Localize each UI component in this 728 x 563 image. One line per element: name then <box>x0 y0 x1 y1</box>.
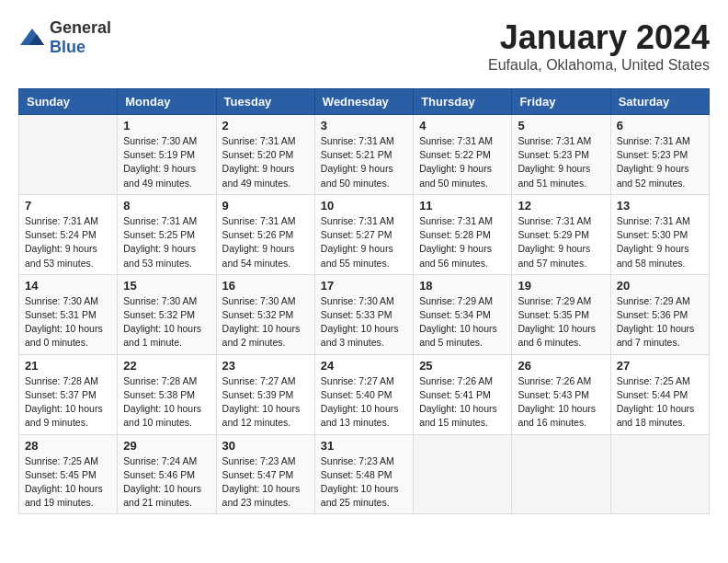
calendar-cell: 23Sunrise: 7:27 AM Sunset: 5:39 PM Dayli… <box>216 354 314 434</box>
calendar-cell: 10Sunrise: 7:31 AM Sunset: 5:27 PM Dayli… <box>314 194 413 274</box>
day-number: 14 <box>25 279 111 293</box>
page-header: General Blue January 2024 Eufaula, Oklah… <box>18 18 710 74</box>
calendar-cell: 16Sunrise: 7:30 AM Sunset: 5:32 PM Dayli… <box>216 274 314 354</box>
day-info: Sunrise: 7:30 AM Sunset: 5:19 PM Dayligh… <box>123 134 210 190</box>
day-info: Sunrise: 7:29 AM Sunset: 5:35 PM Dayligh… <box>518 294 604 350</box>
day-number: 21 <box>25 359 111 373</box>
day-number: 30 <box>222 439 309 453</box>
day-info: Sunrise: 7:31 AM Sunset: 5:30 PM Dayligh… <box>617 214 703 270</box>
day-info: Sunrise: 7:30 AM Sunset: 5:32 PM Dayligh… <box>222 294 309 350</box>
day-info: Sunrise: 7:23 AM Sunset: 5:47 PM Dayligh… <box>222 454 309 511</box>
day-number: 11 <box>419 199 506 213</box>
day-number: 29 <box>123 439 210 453</box>
calendar-cell: 11Sunrise: 7:31 AM Sunset: 5:28 PM Dayli… <box>414 194 512 274</box>
day-number: 4 <box>419 119 506 132</box>
day-info: Sunrise: 7:29 AM Sunset: 5:34 PM Dayligh… <box>419 294 506 350</box>
day-number: 31 <box>321 439 407 453</box>
day-number: 19 <box>518 279 604 293</box>
calendar-cell: 21Sunrise: 7:28 AM Sunset: 5:37 PM Dayli… <box>19 354 118 434</box>
day-number: 24 <box>321 359 407 373</box>
day-number: 28 <box>25 439 111 453</box>
day-info: Sunrise: 7:26 AM Sunset: 5:43 PM Dayligh… <box>518 374 604 431</box>
day-info: Sunrise: 7:28 AM Sunset: 5:38 PM Dayligh… <box>123 374 210 431</box>
day-info: Sunrise: 7:31 AM Sunset: 5:23 PM Dayligh… <box>518 134 604 190</box>
day-info: Sunrise: 7:30 AM Sunset: 5:32 PM Dayligh… <box>123 294 210 350</box>
day-header-friday: Friday <box>512 89 610 115</box>
calendar-week-row: 21Sunrise: 7:28 AM Sunset: 5:37 PM Dayli… <box>19 354 710 434</box>
day-info: Sunrise: 7:30 AM Sunset: 5:33 PM Dayligh… <box>321 294 407 350</box>
calendar-cell: 30Sunrise: 7:23 AM Sunset: 5:47 PM Dayli… <box>216 434 314 514</box>
day-info: Sunrise: 7:31 AM Sunset: 5:25 PM Dayligh… <box>123 214 210 270</box>
calendar-cell: 19Sunrise: 7:29 AM Sunset: 5:35 PM Dayli… <box>512 274 610 354</box>
title-section: January 2024 Eufaula, Oklahoma, United S… <box>488 18 710 74</box>
location: Eufaula, Oklahoma, United States <box>488 57 710 74</box>
day-info: Sunrise: 7:31 AM Sunset: 5:21 PM Dayligh… <box>321 134 407 190</box>
day-number: 5 <box>518 119 604 132</box>
calendar-cell: 13Sunrise: 7:31 AM Sunset: 5:30 PM Dayli… <box>610 194 709 274</box>
calendar-cell: 2Sunrise: 7:31 AM Sunset: 5:20 PM Daylig… <box>216 115 314 195</box>
logo-icon <box>18 27 46 49</box>
day-number: 16 <box>222 279 309 293</box>
day-info: Sunrise: 7:31 AM Sunset: 5:27 PM Dayligh… <box>321 214 407 270</box>
day-number: 18 <box>419 279 506 293</box>
calendar-week-row: 14Sunrise: 7:30 AM Sunset: 5:31 PM Dayli… <box>19 274 710 354</box>
day-number: 17 <box>321 279 407 293</box>
day-info: Sunrise: 7:23 AM Sunset: 5:48 PM Dayligh… <box>321 454 407 511</box>
calendar-cell: 28Sunrise: 7:25 AM Sunset: 5:45 PM Dayli… <box>19 434 118 514</box>
month-year: January 2024 <box>488 18 710 57</box>
calendar-cell: 24Sunrise: 7:27 AM Sunset: 5:40 PM Dayli… <box>314 354 413 434</box>
calendar-week-row: 1Sunrise: 7:30 AM Sunset: 5:19 PM Daylig… <box>19 115 710 195</box>
day-number: 20 <box>617 279 703 293</box>
day-info: Sunrise: 7:31 AM Sunset: 5:22 PM Dayligh… <box>419 134 506 190</box>
day-info: Sunrise: 7:30 AM Sunset: 5:31 PM Dayligh… <box>25 294 111 350</box>
logo-text: General Blue <box>50 18 111 57</box>
calendar-cell: 7Sunrise: 7:31 AM Sunset: 5:24 PM Daylig… <box>19 194 118 274</box>
calendar-cell: 5Sunrise: 7:31 AM Sunset: 5:23 PM Daylig… <box>512 115 610 195</box>
day-number: 3 <box>321 119 407 132</box>
logo-blue: Blue <box>50 38 85 56</box>
day-number: 6 <box>617 119 703 132</box>
day-info: Sunrise: 7:31 AM Sunset: 5:24 PM Dayligh… <box>25 214 111 270</box>
day-info: Sunrise: 7:25 AM Sunset: 5:44 PM Dayligh… <box>617 374 703 431</box>
day-number: 27 <box>617 359 703 373</box>
calendar-cell: 27Sunrise: 7:25 AM Sunset: 5:44 PM Dayli… <box>610 354 709 434</box>
day-info: Sunrise: 7:25 AM Sunset: 5:45 PM Dayligh… <box>25 454 111 511</box>
calendar-cell: 17Sunrise: 7:30 AM Sunset: 5:33 PM Dayli… <box>314 274 413 354</box>
day-info: Sunrise: 7:24 AM Sunset: 5:46 PM Dayligh… <box>123 454 210 511</box>
day-info: Sunrise: 7:26 AM Sunset: 5:41 PM Dayligh… <box>419 374 506 431</box>
calendar-cell: 4Sunrise: 7:31 AM Sunset: 5:22 PM Daylig… <box>414 115 512 195</box>
day-header-wednesday: Wednesday <box>314 89 413 115</box>
calendar-cell: 9Sunrise: 7:31 AM Sunset: 5:26 PM Daylig… <box>216 194 314 274</box>
day-info: Sunrise: 7:31 AM Sunset: 5:23 PM Dayligh… <box>617 134 703 190</box>
calendar-cell: 14Sunrise: 7:30 AM Sunset: 5:31 PM Dayli… <box>19 274 118 354</box>
day-number: 1 <box>123 119 210 132</box>
day-info: Sunrise: 7:27 AM Sunset: 5:39 PM Dayligh… <box>222 374 309 431</box>
day-number: 13 <box>617 199 703 213</box>
calendar-cell: 18Sunrise: 7:29 AM Sunset: 5:34 PM Dayli… <box>414 274 512 354</box>
day-header-saturday: Saturday <box>610 89 709 115</box>
calendar-cell <box>414 434 512 514</box>
calendar-cell: 1Sunrise: 7:30 AM Sunset: 5:19 PM Daylig… <box>118 115 216 195</box>
day-header-sunday: Sunday <box>19 89 118 115</box>
calendar-cell: 29Sunrise: 7:24 AM Sunset: 5:46 PM Dayli… <box>118 434 216 514</box>
day-info: Sunrise: 7:31 AM Sunset: 5:28 PM Dayligh… <box>419 214 506 270</box>
day-number: 15 <box>123 279 210 293</box>
calendar-cell: 6Sunrise: 7:31 AM Sunset: 5:23 PM Daylig… <box>610 115 709 195</box>
logo-general: General <box>50 18 111 37</box>
day-number: 26 <box>518 359 604 373</box>
day-number: 12 <box>518 199 604 213</box>
day-header-thursday: Thursday <box>414 89 512 115</box>
calendar-cell: 31Sunrise: 7:23 AM Sunset: 5:48 PM Dayli… <box>314 434 413 514</box>
calendar-cell <box>19 115 118 195</box>
day-header-tuesday: Tuesday <box>216 89 314 115</box>
calendar-week-row: 7Sunrise: 7:31 AM Sunset: 5:24 PM Daylig… <box>19 194 710 274</box>
day-number: 2 <box>222 119 309 132</box>
day-info: Sunrise: 7:31 AM Sunset: 5:26 PM Dayligh… <box>222 214 309 270</box>
calendar-week-row: 28Sunrise: 7:25 AM Sunset: 5:45 PM Dayli… <box>19 434 710 514</box>
day-info: Sunrise: 7:29 AM Sunset: 5:36 PM Dayligh… <box>617 294 703 350</box>
calendar-cell: 20Sunrise: 7:29 AM Sunset: 5:36 PM Dayli… <box>610 274 709 354</box>
calendar-cell: 25Sunrise: 7:26 AM Sunset: 5:41 PM Dayli… <box>414 354 512 434</box>
day-number: 22 <box>123 359 210 373</box>
day-header-monday: Monday <box>118 89 216 115</box>
day-number: 10 <box>321 199 407 213</box>
